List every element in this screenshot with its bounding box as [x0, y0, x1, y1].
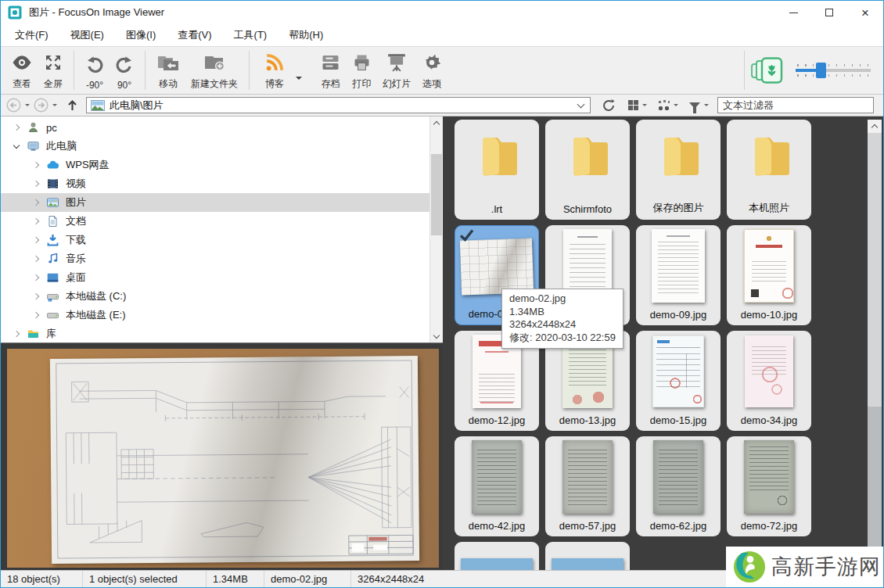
forward-history-caret[interactable] — [52, 104, 57, 109]
menu-view[interactable]: 视图(E) — [70, 28, 115, 42]
move-button[interactable]: 移动 — [151, 50, 185, 91]
image-tile[interactable]: demo-34.jpg — [727, 331, 811, 431]
menu-file[interactable]: 文件(F) — [15, 28, 59, 42]
view-mode-caret[interactable] — [642, 104, 647, 109]
forward-button[interactable] — [34, 98, 49, 113]
sidebar-item-disk-c[interactable]: 本地磁盘 (C:) — [1, 287, 429, 306]
scroll-down-button[interactable] — [430, 330, 443, 342]
sidebar-item-label: 此电脑 — [46, 139, 77, 153]
sort-caret[interactable] — [674, 104, 678, 109]
image-tile[interactable] — [545, 542, 630, 570]
sort-button[interactable] — [657, 100, 670, 110]
scrollbar-thumb[interactable] — [431, 154, 442, 235]
close-button[interactable]: × — [847, 1, 883, 24]
options-button[interactable]: 选项 — [416, 50, 447, 91]
rotate-left-button[interactable]: -90° — [80, 50, 110, 91]
view-mode-button[interactable] — [628, 100, 638, 110]
grid-scrollbar[interactable] — [868, 120, 882, 570]
sidebar-item-wps-cloud[interactable]: WPS网盘 — [1, 156, 429, 174]
scroll-up-button[interactable] — [868, 120, 882, 133]
picture-file-icon — [91, 100, 105, 111]
menu-help[interactable]: 帮助(H) — [289, 28, 334, 42]
menu-image[interactable]: 图像(I) — [126, 28, 167, 42]
folder-tile[interactable]: .lrt — [455, 120, 539, 220]
tree-scrollbar[interactable] — [429, 117, 443, 342]
thumbnail-size-slider[interactable] — [796, 62, 871, 79]
image-tile[interactable]: demo-15.jpg — [636, 331, 720, 431]
back-history-caret[interactable] — [25, 104, 30, 109]
chevron-right-icon[interactable] — [33, 199, 39, 206]
toolbar-separator — [744, 51, 745, 90]
folder-tile[interactable]: Schirmfoto — [545, 120, 630, 220]
thumbnail — [745, 335, 793, 407]
chevron-right-icon[interactable] — [33, 237, 39, 243]
back-button[interactable] — [6, 98, 21, 113]
preview-pane[interactable] — [1, 342, 443, 570]
refresh-button[interactable] — [602, 99, 616, 113]
watermark-text: 高新手游网 — [771, 553, 881, 581]
music-note-icon — [46, 253, 59, 265]
image-tile[interactable]: demo-72.jpg — [727, 436, 811, 536]
blog-button[interactable]: 博客 — [255, 50, 294, 91]
maximize-button[interactable] — [811, 1, 847, 24]
image-tile[interactable]: demo-62.jpg — [636, 436, 720, 536]
rotate-right-button[interactable]: 90° — [110, 50, 139, 91]
menu-tools[interactable]: 工具(T) — [234, 28, 278, 42]
archive-button[interactable]: 存档 — [314, 50, 347, 91]
blog-dropdown-caret[interactable] — [296, 77, 302, 83]
sidebar-item-label: 文档 — [66, 214, 86, 228]
chevron-right-icon[interactable] — [33, 256, 39, 262]
image-tile[interactable]: demo-42.jpg — [455, 436, 539, 536]
folder-icon — [474, 134, 519, 178]
menu-browse[interactable]: 查看(V) — [178, 28, 222, 42]
chevron-down-icon[interactable] — [13, 142, 20, 148]
filter-icon[interactable] — [689, 102, 700, 109]
filter-caret[interactable] — [704, 104, 709, 109]
slideshow-button[interactable]: 幻灯片 — [377, 50, 416, 91]
library-folder-icon — [27, 328, 40, 340]
folder-tile[interactable]: 保存的图片 — [636, 120, 720, 220]
sidebar-item-downloads[interactable]: 下载 — [1, 231, 429, 249]
text-filter-input[interactable] — [717, 97, 874, 113]
slider-track[interactable] — [796, 69, 871, 72]
chevron-right-icon[interactable] — [33, 312, 39, 318]
new-folder-button[interactable]: 新建文件夹 — [185, 50, 243, 91]
address-field[interactable]: 此电脑\图片 — [86, 97, 591, 113]
image-tile[interactable]: demo-10.jpg — [727, 225, 811, 325]
chevron-right-icon[interactable] — [33, 181, 39, 187]
sidebar-item-pictures[interactable]: 图片 — [1, 193, 429, 212]
sidebar-item-videos[interactable]: 视频 — [1, 174, 429, 193]
print-button[interactable]: 打印 — [347, 50, 377, 91]
chevron-right-icon[interactable] — [33, 293, 39, 299]
image-tile[interactable] — [455, 542, 539, 570]
chevron-right-icon[interactable] — [33, 218, 39, 224]
address-dropdown-caret[interactable] — [577, 100, 585, 108]
chevron-right-icon[interactable] — [13, 124, 20, 131]
chevron-right-icon[interactable] — [33, 274, 39, 281]
disk-icon — [46, 290, 59, 303]
slider-handle[interactable] — [816, 63, 826, 78]
address-bar: 此电脑\图片 — [1, 95, 883, 117]
sidebar-item-disk-e[interactable]: 本地磁盘 (E:) — [1, 306, 429, 324]
fullscreen-button[interactable]: 全屏 — [38, 50, 68, 91]
image-tile[interactable]: demo-09.jpg — [636, 225, 720, 325]
sidebar-item-documents[interactable]: 文档 — [1, 212, 429, 231]
toolbar-separator — [145, 51, 146, 90]
sidebar-item-music[interactable]: 音乐 — [1, 249, 429, 268]
sidebar-item-this-pc[interactable]: 此电脑 — [1, 137, 429, 156]
sidebar-item-desktop[interactable]: 桌面 — [1, 268, 429, 287]
view-button[interactable]: 查看 — [5, 50, 38, 91]
up-button[interactable] — [65, 98, 80, 113]
image-label: demo-34.jpg — [727, 414, 811, 426]
window-title: 图片 - FocusOn Image Viewer — [29, 5, 164, 20]
minimize-button[interactable] — [775, 1, 811, 24]
folder-tile[interactable]: 本机照片 — [727, 120, 811, 220]
chevron-right-icon[interactable] — [13, 331, 20, 337]
image-tile[interactable]: demo-57.jpg — [545, 436, 630, 536]
scroll-up-button[interactable] — [430, 117, 443, 129]
sidebar-item-pc[interactable]: pc — [1, 118, 429, 137]
sidebar-item-library[interactable]: 库 — [1, 324, 429, 342]
user-icon — [27, 121, 40, 134]
scrollbar-thumb[interactable] — [868, 133, 882, 407]
chevron-right-icon[interactable] — [33, 162, 39, 168]
